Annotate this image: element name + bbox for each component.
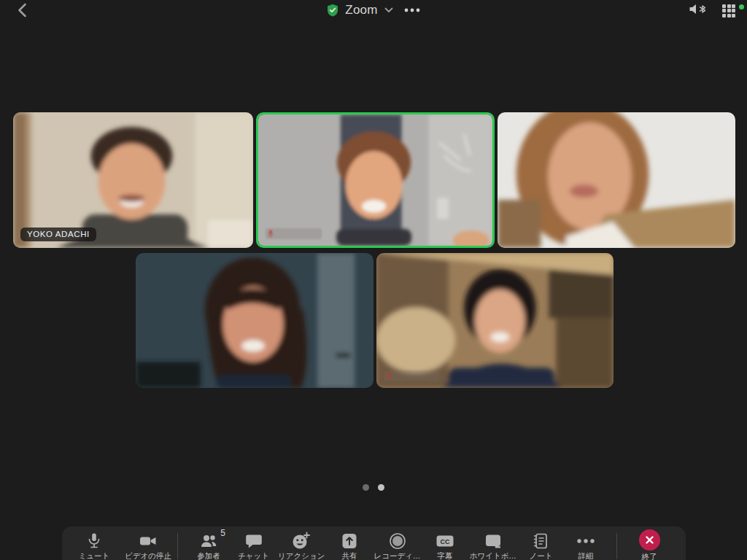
- captions-button[interactable]: CC 字幕: [425, 532, 465, 560]
- reactions-label: リアクション: [278, 552, 325, 560]
- reaction-smiley-icon: [292, 532, 311, 550]
- stop-video-label: ビデオの停止: [125, 552, 171, 560]
- end-call-icon: [639, 529, 660, 551]
- toolbar-divider: [177, 533, 178, 559]
- shield-check-icon: [327, 4, 338, 17]
- video-tile-3[interactable]: [498, 112, 735, 248]
- end-meeting-button[interactable]: 終了: [623, 532, 676, 560]
- topbar-more-button[interactable]: [404, 8, 420, 12]
- share-button[interactable]: 共有: [329, 532, 370, 560]
- mute-label: ミュート: [79, 552, 110, 560]
- recording-button[interactable]: レコーディ…: [374, 532, 421, 560]
- share-label: 共有: [342, 552, 357, 560]
- whiteboard-button[interactable]: ホワイトボ…: [470, 532, 516, 560]
- chat-bubble-icon: [245, 532, 263, 550]
- video-tile-active-speaker[interactable]: [256, 112, 495, 248]
- muted-mic-indicator: [266, 228, 322, 239]
- video-tile-yoko-adachi[interactable]: YOKO ADACHI: [13, 112, 253, 248]
- camera-active-indicator: [739, 4, 744, 9]
- closed-captions-icon: CC: [436, 532, 454, 550]
- speaker-bluetooth-icon: [689, 3, 708, 15]
- recording-label: レコーディ…: [374, 552, 421, 560]
- gallery-view-button[interactable]: [722, 4, 735, 18]
- ellipsis-icon: [404, 8, 420, 12]
- participant-video-5: [376, 253, 614, 388]
- notes-icon: [533, 532, 549, 550]
- top-bar: Zoom: [0, 0, 747, 20]
- video-camera-icon: [139, 532, 158, 550]
- more-label: 詳細: [578, 552, 593, 560]
- svg-text:CC: CC: [441, 538, 450, 545]
- participants-icon: [199, 532, 218, 550]
- toolbar-divider: [616, 533, 617, 559]
- share-arrow-icon: [341, 532, 357, 550]
- captions-label: 字幕: [438, 552, 453, 560]
- page-indicator[interactable]: [0, 484, 747, 491]
- participants-button[interactable]: 5 参加者: [188, 532, 229, 560]
- chevron-down-icon: [384, 7, 393, 13]
- stop-video-button[interactable]: ビデオの停止: [125, 532, 171, 560]
- participant-video-4: [136, 253, 374, 388]
- end-meeting-label: 終了: [642, 553, 657, 560]
- whiteboard-label: ホワイトボ…: [470, 552, 516, 560]
- meeting-title-group[interactable]: Zoom: [0, 0, 747, 20]
- participants-count-badge: 5: [220, 528, 225, 538]
- participants-label: 参加者: [197, 552, 220, 560]
- page-dot-2[interactable]: [378, 484, 384, 491]
- record-circle-icon: [389, 532, 406, 550]
- muted-mic-icon: [386, 372, 392, 380]
- mute-button[interactable]: ミュート: [74, 532, 115, 560]
- audio-route-button[interactable]: [689, 3, 708, 18]
- notes-button[interactable]: ノート: [520, 532, 561, 560]
- participant-video-3: [498, 112, 735, 248]
- video-tile-4[interactable]: [136, 253, 374, 388]
- reactions-button[interactable]: リアクション: [278, 532, 325, 560]
- muted-mic-indicator: [384, 370, 440, 381]
- page-dot-1[interactable]: [363, 484, 369, 491]
- meeting-toolbar: ミュート ビデオの停止 5 参加者 チャット リアクション 共有 レコーディ…: [62, 526, 686, 560]
- participant-name-label: YOKO ADACHI: [20, 228, 96, 242]
- more-button[interactable]: 詳細: [565, 532, 606, 560]
- muted-mic-icon: [268, 230, 274, 238]
- chat-button[interactable]: チャット: [233, 532, 274, 560]
- microphone-icon: [86, 532, 102, 550]
- whiteboard-icon: [484, 532, 502, 550]
- more-ellipsis-icon: [576, 538, 595, 544]
- video-tile-5[interactable]: [376, 253, 614, 388]
- meeting-title: Zoom: [345, 3, 377, 18]
- notes-label: ノート: [529, 552, 552, 560]
- participant-video-2: [258, 114, 492, 246]
- chat-label: チャット: [238, 552, 269, 560]
